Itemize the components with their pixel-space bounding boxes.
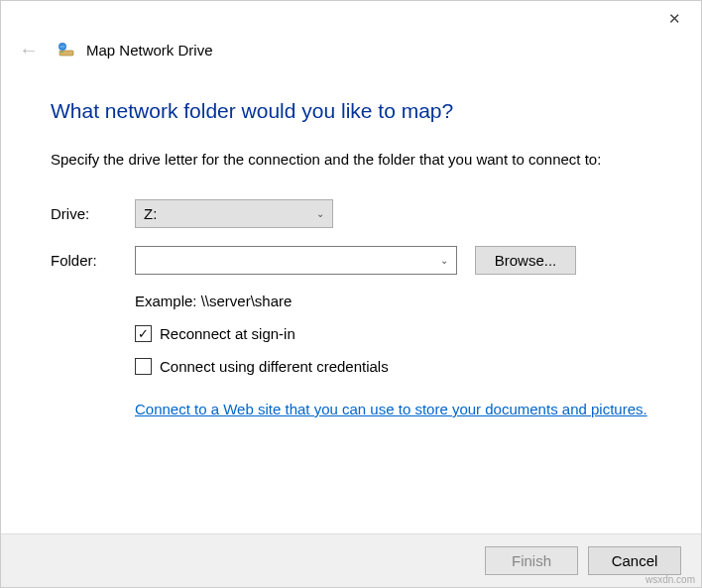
different-creds-label: Connect using different credentials [160,358,389,375]
folder-row: Folder: ⌄ Browse... [51,246,651,275]
drive-row: Drive: Z: ⌄ [51,199,651,228]
checkmark-icon: ✓ [138,327,149,340]
chevron-down-icon: ⌄ [316,208,324,219]
chevron-down-icon: ⌄ [440,255,448,266]
link-row: Connect to a Web site that you can use t… [135,391,651,417]
browse-button[interactable]: Browse... [475,246,576,275]
folder-label: Folder: [51,252,135,269]
drive-label: Drive: [51,205,135,222]
svg-rect-1 [60,52,63,53]
header-row: ← Map Network Drive [1,37,701,69]
svg-rect-0 [59,51,73,56]
example-text: Example: \\server\share [135,293,651,309]
content-area: What network folder would you like to ma… [1,69,701,417]
reconnect-row: ✓ Reconnect at sign-in [135,325,651,342]
different-creds-checkbox[interactable] [135,358,152,375]
connect-website-link[interactable]: Connect to a Web site that you can use t… [135,401,647,417]
cancel-button[interactable]: Cancel [588,546,681,575]
instruction-text: Specify the drive letter for the connect… [51,151,651,168]
drive-select[interactable]: Z: ⌄ [135,199,333,228]
page-heading: What network folder would you like to ma… [51,99,651,123]
close-icon[interactable]: ✕ [662,6,687,32]
drive-select-value: Z: [144,205,157,222]
different-creds-row: Connect using different credentials [135,358,651,375]
network-drive-icon [57,41,76,60]
finish-button[interactable]: Finish [485,546,578,575]
watermark: wsxdn.com [645,574,695,585]
back-arrow-icon: ← [19,39,39,61]
titlebar: ✕ [1,1,701,37]
folder-input[interactable]: ⌄ [135,246,457,275]
window-title: Map Network Drive [86,42,213,59]
footer: Finish Cancel [1,533,701,587]
reconnect-checkbox[interactable]: ✓ [135,325,152,342]
reconnect-label: Reconnect at sign-in [160,325,295,342]
